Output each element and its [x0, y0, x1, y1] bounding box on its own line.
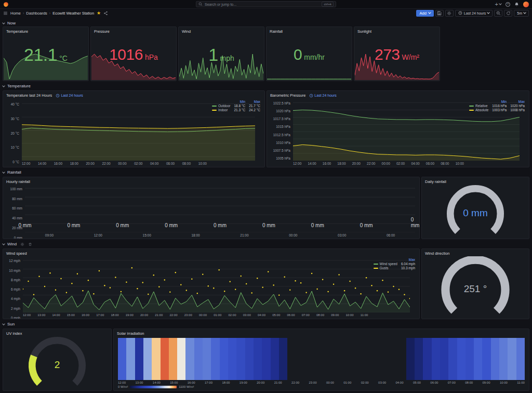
row-header-sun[interactable]: Sun: [3, 321, 529, 328]
heatmap-column: [491, 338, 500, 380]
x-tick-label: 16:00: [323, 162, 331, 166]
x-tick-label: 05:00: [272, 313, 280, 318]
breadcrumb-home[interactable]: Home: [10, 11, 21, 16]
x-tick-label: 06:00: [166, 162, 175, 166]
panel-temperature-last-24-hours[interactable]: Temperature last 24 Hours Last 24 hours …: [3, 90, 265, 167]
chart-plot-area[interactable]: [23, 258, 368, 312]
x-tick-label: 22:00: [170, 313, 178, 318]
panel-title[interactable]: Temperature last 24 Hours: [6, 93, 52, 98]
refresh-interval-dropdown[interactable]: 5m: [514, 10, 529, 17]
panel-title[interactable]: Wind speed: [6, 251, 27, 256]
row-delete-icon[interactable]: [28, 242, 32, 246]
dashboard-settings-gear-icon[interactable]: [445, 10, 454, 17]
x-axis: 12:0013:0014:0015:0016:0017:0018:0019:00…: [118, 381, 525, 384]
heatmap-column: [245, 338, 254, 380]
row-title: Temperature: [7, 84, 31, 88]
x-tick-label: 10:00: [456, 162, 464, 166]
add-button[interactable]: Add: [416, 10, 433, 17]
breadcrumb-dashboards[interactable]: Dashboards: [26, 11, 47, 16]
row-header-now[interactable]: Now: [3, 20, 529, 27]
heatmap-column: [228, 338, 237, 380]
x-axis: 12:0014:0016:0018:0020:0022:0000:0002:00…: [22, 161, 207, 166]
chart-plot-area[interactable]: [293, 100, 464, 161]
x-tick-label: 15:00: [143, 233, 151, 237]
stat-unit: °C: [59, 54, 68, 62]
favorite-star-icon[interactable]: ★: [97, 11, 101, 16]
heatmap-column: [406, 338, 415, 380]
x-tick-label: 04:00: [258, 313, 265, 318]
menu-toggle-icon[interactable]: [3, 11, 8, 16]
x-tick-label: 12:00: [293, 162, 301, 166]
save-dashboard-icon[interactable]: [435, 10, 444, 17]
panel-title[interactable]: Solar irradiation: [117, 331, 144, 336]
x-tick-label: 01:00: [214, 313, 221, 318]
new-menu-button[interactable]: +: [495, 2, 501, 7]
stat-value: 1: [208, 31, 218, 78]
x-tick-label: 21:00: [274, 381, 282, 384]
dashboard-toolbar: Home › Dashboards › Ecowitt Weather Stat…: [0, 9, 532, 17]
y-tick-label: 1022.5 hPa: [273, 101, 290, 105]
x-tick-label: 19:00: [240, 381, 247, 384]
heatmap-column: [516, 338, 525, 380]
x-tick-label: 00:00: [199, 313, 207, 318]
stat-panel-rainfall[interactable]: Rainfall 0mm/hr: [266, 27, 352, 81]
heatmap-column: [169, 338, 178, 380]
panel-title[interactable]: Hourly rainfall: [6, 179, 30, 184]
stat-panel-sunlight[interactable]: Sunlight 273W/m²: [354, 27, 440, 81]
heatmap[interactable]: [118, 338, 525, 380]
gauge-value: 2: [6, 359, 108, 371]
y-tick-label: 20 °C: [11, 131, 19, 135]
stat-panel-wind[interactable]: Wind 1mph: [178, 27, 264, 81]
panel-hourly-rainfall[interactable]: Hourly rainfall 100 mm80 mm60 mm40 mm20 …: [3, 177, 420, 239]
row-header-temperature[interactable]: Temperature: [3, 83, 529, 89]
panel-daily-rainfall[interactable]: Daily rainfall 0 mm: [421, 177, 529, 239]
share-icon[interactable]: [103, 11, 108, 16]
panel-wind-direction[interactable]: Wind direction 251 °: [421, 248, 529, 319]
x-tick-label: 18:00: [111, 313, 119, 318]
y-tick-label: 10 °C: [11, 146, 19, 149]
time-range-picker[interactable]: Last 24 hours: [455, 10, 493, 17]
x-tick-label: 20:00: [257, 381, 264, 384]
heatmap-column: [161, 338, 169, 380]
row-header-wind[interactable]: Wind: [3, 241, 529, 247]
panel-solar-irradiation[interactable]: Solar irradiation 12:0013:0014:0015:0016…: [113, 329, 529, 391]
row-settings-gear-icon[interactable]: [20, 242, 24, 246]
zoom-out-icon[interactable]: [494, 10, 502, 17]
chevron-down-icon: [487, 11, 490, 14]
x-tick-label: 08:00: [441, 162, 449, 166]
panel-uv-index[interactable]: UV index 2: [3, 329, 112, 391]
x-tick-label: 07:00: [302, 313, 310, 318]
color-scale-gradient: [130, 386, 177, 388]
heatmap-column: [415, 338, 423, 380]
x-tick-label: 16:00: [54, 162, 62, 166]
dashboard-canvas: Now Temperature 21.1°C Pressure 1016hPa …: [0, 17, 532, 391]
x-tick-label: 08:00: [316, 313, 324, 318]
stat-panel-temperature[interactable]: Temperature 21.1°C: [3, 27, 89, 81]
value-label: 0 mm: [165, 222, 178, 228]
help-icon[interactable]: ?: [506, 2, 510, 7]
time-range-link[interactable]: Last 24 hours: [56, 94, 83, 98]
search-input[interactable]: Search or jump to... ctrl+k: [196, 1, 336, 7]
row-header-rainfall[interactable]: Rainfall: [3, 169, 529, 176]
search-placeholder: Search or jump to...: [205, 3, 236, 6]
user-avatar[interactable]: [523, 2, 529, 7]
grafana-logo-icon[interactable]: [3, 2, 9, 7]
wind-panels: Wind speed 12 mph10 mph8 mph6 mph4 mph2 …: [3, 248, 529, 319]
refresh-icon[interactable]: [504, 10, 512, 17]
chart-plot-area[interactable]: [22, 100, 207, 161]
shortcut-badge: ctrl+k: [322, 2, 334, 7]
x-tick-label: 06:00: [426, 162, 434, 166]
chart-plot-area[interactable]: 0 mm0 mm0 mm0 mm0 mm0 mm0 mm0 mm0 mm: [25, 186, 415, 232]
time-range-link[interactable]: Last 24 hours: [309, 94, 336, 98]
notifications-bell-icon[interactable]: [514, 2, 519, 7]
panel-title[interactable]: UV index: [6, 331, 22, 336]
x-tick-label: 06:00: [430, 381, 438, 384]
panel-title[interactable]: Wind direction: [425, 251, 450, 256]
heatmap-column: [474, 338, 483, 380]
panel-title[interactable]: Daily rainfall: [425, 179, 446, 184]
panel-wind-speed[interactable]: Wind speed 12 mph10 mph8 mph6 mph4 mph2 …: [3, 248, 420, 319]
stat-panel-pressure[interactable]: Pressure 1016hPa: [90, 27, 177, 81]
chevron-down-icon: [523, 11, 526, 14]
panel-title[interactable]: Barometric Pressure: [270, 93, 305, 98]
panel-barometric-pressure[interactable]: Barometric Pressure Last 24 hours 1022.5…: [267, 90, 529, 167]
